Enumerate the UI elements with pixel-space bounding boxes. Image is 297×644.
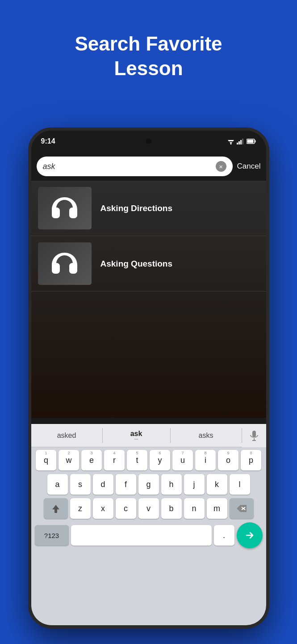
svg-rect-6 — [240, 140, 242, 144]
keyboard-area: asked ask ··· asks 1q — [31, 424, 266, 625]
search-input-box[interactable]: ask × — [37, 157, 233, 176]
lesson-thumbnail-2 — [38, 242, 92, 285]
wifi-icon — [227, 138, 235, 144]
lesson-item-2[interactable]: Asking Questions — [31, 236, 266, 292]
status-bar: 9:14 — [31, 131, 266, 152]
key-b[interactable]: b — [161, 498, 182, 519]
status-time: 9:14 — [41, 137, 55, 145]
svg-rect-4 — [237, 143, 238, 144]
svg-rect-7 — [242, 139, 243, 144]
mic-button[interactable] — [242, 424, 266, 447]
key-f[interactable]: f — [116, 474, 136, 495]
battery-icon — [247, 139, 256, 144]
clear-button[interactable]: × — [216, 161, 226, 172]
key-r[interactable]: 4r — [104, 450, 125, 470]
svg-point-3 — [230, 144, 231, 145]
key-row-3: z x c v b n m — [31, 495, 266, 519]
key-m[interactable]: m — [207, 498, 227, 519]
svg-rect-5 — [238, 141, 240, 144]
key-h[interactable]: h — [161, 474, 182, 495]
key-i[interactable]: 8i — [195, 450, 216, 470]
headphones-icon-1 — [50, 195, 79, 221]
phone-frame: 9:14 — [28, 127, 269, 628]
enter-key[interactable] — [237, 522, 263, 548]
key-row-1: 1q 2w 3e 4r 5t 6y 7u 8i — [31, 447, 266, 470]
suggestion-asks[interactable]: asks — [171, 428, 242, 443]
key-y[interactable]: 6y — [150, 450, 170, 470]
key-z[interactable]: z — [70, 498, 91, 519]
key-j[interactable]: j — [184, 474, 205, 495]
status-icons — [227, 138, 256, 144]
lesson-title-2: Asking Questions — [100, 259, 173, 269]
svg-rect-11 — [252, 431, 256, 437]
key-o[interactable]: 9o — [218, 450, 238, 470]
enter-icon — [245, 530, 255, 540]
lesson-item[interactable]: Asking Directions — [31, 181, 266, 236]
shift-icon — [51, 504, 60, 513]
key-g[interactable]: g — [138, 474, 159, 495]
key-c[interactable]: c — [116, 498, 136, 519]
key-t[interactable]: 5t — [127, 450, 147, 470]
backspace-icon — [236, 504, 247, 513]
camera-notch — [146, 138, 151, 144]
cancel-button[interactable]: Cancel — [237, 162, 261, 171]
suggestion-dots: ··· — [105, 438, 168, 441]
shift-key[interactable] — [44, 498, 68, 519]
key-p[interactable]: 0p — [241, 450, 261, 470]
key-row-bottom: ?123 . — [31, 519, 266, 548]
key-n[interactable]: n — [184, 498, 205, 519]
key-k[interactable]: k — [207, 474, 227, 495]
key-a[interactable]: a — [47, 474, 68, 495]
key-v[interactable]: v — [138, 498, 159, 519]
space-key[interactable] — [71, 525, 212, 546]
mic-icon — [249, 430, 259, 441]
svg-rect-10 — [247, 140, 253, 143]
key-x[interactable]: x — [93, 498, 113, 519]
signal-icon — [237, 138, 245, 144]
suggestions-row: asked ask ··· asks — [31, 424, 266, 447]
svg-marker-14 — [52, 505, 59, 512]
key-l[interactable]: l — [230, 474, 250, 495]
period-key[interactable]: . — [214, 525, 234, 546]
key-u[interactable]: 7u — [172, 450, 193, 470]
key-d[interactable]: d — [93, 474, 113, 495]
svg-rect-15 — [54, 512, 57, 513]
search-query: ask — [43, 162, 212, 171]
lesson-title-1: Asking Directions — [100, 203, 173, 213]
key-s[interactable]: s — [70, 474, 91, 495]
results-area: Asking Directions Asking Questions — [31, 181, 266, 418]
lesson-thumbnail-1 — [38, 187, 92, 229]
key-q[interactable]: 1q — [36, 450, 56, 470]
search-bar-area: ask × Cancel — [31, 152, 266, 181]
page-title: Search Favorite Lesson — [0, 31, 297, 80]
suggestion-ask[interactable]: ask ··· — [103, 428, 171, 443]
key-e[interactable]: 3e — [81, 450, 102, 470]
key-w[interactable]: 2w — [59, 450, 79, 470]
suggestion-asked[interactable]: asked — [31, 428, 103, 443]
headphones-icon-2 — [50, 251, 79, 277]
backspace-key[interactable] — [230, 498, 254, 519]
svg-rect-9 — [255, 140, 255, 143]
num-sym-key[interactable]: ?123 — [35, 525, 69, 546]
key-row-2: a s d f g h j k l — [31, 470, 266, 495]
